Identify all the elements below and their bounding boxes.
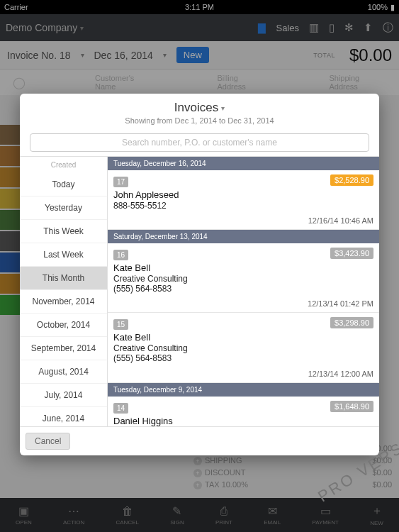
cancel-button[interactable]: Cancel: [26, 433, 70, 450]
invoice-row[interactable]: 17$2,528.90John Appleseed888-555-551212/…: [108, 170, 379, 230]
invoice-list[interactable]: Tuesday, December 16, 201417$2,528.90Joh…: [108, 157, 379, 426]
sidebar-item[interactable]: November, 2014: [20, 290, 107, 314]
sidebar-item[interactable]: This Week: [20, 220, 107, 243]
invoice-amount-badge: $3,298.90: [330, 317, 373, 328]
day-header: Saturday, December 13, 2014: [108, 230, 379, 243]
invoice-amount-badge: $1,648.90: [330, 401, 373, 412]
sidebar-item[interactable]: July, 2014: [20, 384, 107, 407]
search-input[interactable]: [30, 133, 369, 152]
day-header: Tuesday, December 16, 2014: [108, 157, 379, 170]
modal-title[interactable]: Invoices ▾: [174, 101, 225, 115]
customer-phone: 888-555-5512: [113, 201, 373, 211]
sidebar-header: Created: [20, 157, 107, 173]
invoice-row[interactable]: 16$3,423.90Kate BellCreative Consulting(…: [108, 243, 379, 313]
invoice-timestamp: 12/16/14 10:46 AM: [308, 216, 373, 225]
sidebar-item[interactable]: This Month: [20, 267, 107, 290]
customer-name: Kate Bell: [113, 332, 373, 343]
invoice-number-badge: 15: [113, 319, 128, 330]
sidebar-item[interactable]: June, 2014: [20, 407, 107, 426]
invoice-timestamp: 12/13/14 01:42 PM: [308, 299, 373, 308]
modal-subtitle: Showing from Dec 1, 2014 to Dec 31, 2014: [20, 116, 379, 125]
invoice-row[interactable]: 15$3,298.90Kate BellCreative Consulting(…: [108, 313, 379, 382]
customer-name: Kate Bell: [113, 262, 373, 274]
date-filter-sidebar: Created TodayYesterdayThis WeekLast Week…: [20, 157, 108, 426]
sidebar-item[interactable]: August, 2014: [20, 360, 107, 384]
customer-phone: (555) 564-8583: [113, 284, 373, 294]
invoice-number-badge: 14: [113, 403, 128, 414]
invoice-amount-badge: $3,423.90: [330, 248, 373, 259]
customer-name: Daniel Higgins: [113, 416, 373, 426]
sidebar-item[interactable]: Yesterday: [20, 196, 107, 220]
customer-phone: (555) 564-8583: [113, 353, 373, 363]
modal-title-text: Invoices: [174, 101, 218, 115]
invoice-number-badge: 17: [113, 177, 128, 187]
customer-company: Creative Consulting: [113, 274, 373, 284]
sidebar-item[interactable]: Today: [20, 173, 107, 196]
sidebar-item[interactable]: Last Week: [20, 243, 107, 267]
chevron-down-icon: ▾: [221, 104, 225, 112]
sidebar-item[interactable]: October, 2014: [20, 314, 107, 337]
invoice-amount-badge: $2,528.90: [330, 174, 373, 186]
sidebar-item[interactable]: September, 2014: [20, 337, 107, 360]
invoices-modal: Invoices ▾ Showing from Dec 1, 2014 to D…: [20, 94, 379, 455]
invoice-row[interactable]: 14$1,648.90Daniel Higgins12/9/14 12:29 P…: [108, 397, 379, 426]
day-header: Tuesday, December 9, 2014: [108, 383, 379, 397]
customer-name: John Appleseed: [113, 189, 373, 201]
customer-company: Creative Consulting: [113, 343, 373, 353]
invoice-number-badge: 16: [113, 250, 128, 260]
invoice-timestamp: 12/13/14 12:00 AM: [308, 370, 373, 378]
